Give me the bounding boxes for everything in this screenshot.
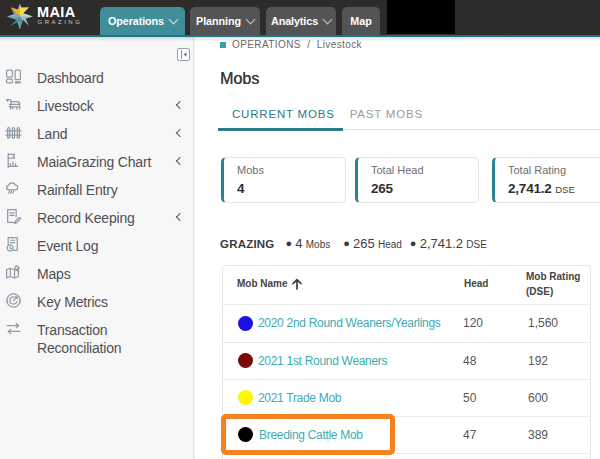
- svg-text:GRAZING: GRAZING: [38, 19, 83, 25]
- svg-text:MAIA: MAIA: [37, 4, 76, 20]
